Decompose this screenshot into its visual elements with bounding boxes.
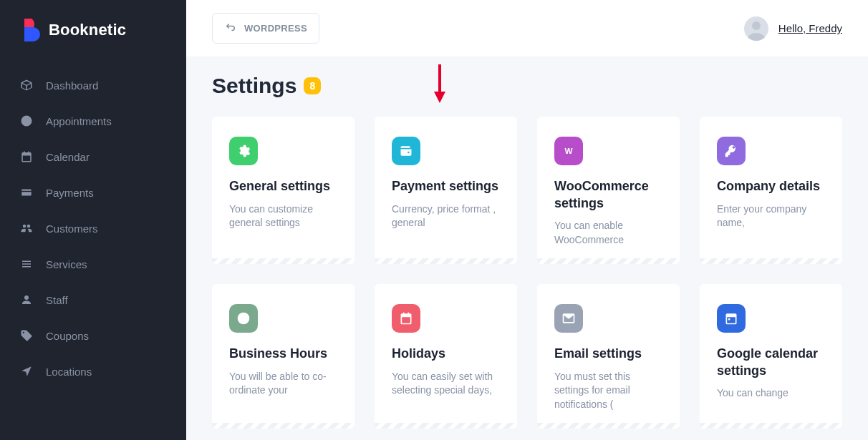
card-title: General settings	[229, 178, 337, 195]
wallet-icon	[392, 137, 420, 165]
sidebar-item-locations[interactable]: Locations	[0, 353, 186, 389]
wordpress-back-button[interactable]: WORDPRESS	[212, 13, 319, 44]
sidebar-item-label: Customers	[46, 223, 98, 235]
card-desc: You can change	[717, 386, 825, 401]
content: Settings 8 General settings You can cust…	[186, 57, 868, 440]
card-google-calendar-settings[interactable]: Google calendar settings You can change	[700, 284, 842, 429]
brand-name: Booknetic	[49, 21, 126, 39]
topbar: WORDPRESS Hello, Freddy	[186, 0, 868, 57]
sidebar-item-services[interactable]: Services	[0, 246, 186, 282]
avatar	[744, 16, 768, 41]
page-badge: 8	[304, 77, 321, 94]
card-title: Email settings	[554, 346, 662, 362]
location-arrow-icon	[20, 365, 33, 378]
sidebar-item-label: Locations	[46, 366, 92, 378]
sidebar-item-appointments[interactable]: Appointments	[0, 103, 186, 139]
card-title: Business Hours	[229, 346, 337, 362]
sidebar-item-calendar[interactable]: Calendar	[0, 139, 186, 175]
sidebar-item-label: Dashboard	[46, 79, 98, 92]
users-icon	[20, 222, 33, 235]
back-arrow-icon	[224, 21, 237, 36]
greeting: Hello, Freddy	[778, 22, 842, 34]
main: WORDPRESS Hello, Freddy Settings 8 Ge	[186, 0, 868, 440]
card-title: Google calendar settings	[717, 346, 825, 379]
sidebar-item-staff[interactable]: Staff	[0, 282, 186, 318]
brand: Booknetic	[0, 0, 186, 54]
calendar-icon	[20, 150, 33, 163]
page-title: Settings	[212, 74, 296, 98]
tag-icon	[20, 329, 33, 342]
sidebar-item-label: Staff	[46, 294, 68, 306]
clock-icon	[229, 304, 258, 333]
sidebar: Booknetic Dashboard Appointments Calenda…	[0, 0, 186, 440]
sidebar-item-label: Coupons	[46, 330, 89, 342]
sidebar-item-dashboard[interactable]: Dashboard	[0, 67, 186, 103]
card-title: WooCommerce settings	[554, 178, 662, 212]
card-title: Holidays	[392, 346, 500, 362]
card-holidays[interactable]: Holidays You can easily set with selecti…	[375, 284, 517, 429]
list-icon	[20, 258, 33, 270]
sidebar-item-label: Appointments	[46, 115, 112, 127]
svg-text:W: W	[564, 146, 572, 155]
card-desc: You will be able to co-ordinate your	[229, 370, 337, 398]
mail-icon	[554, 304, 583, 333]
svg-point-0	[752, 21, 761, 30]
card-desc: Currency, price format , general	[392, 202, 500, 230]
brand-logo-icon	[20, 19, 40, 41]
card-desc: You can customize general settings	[229, 202, 337, 230]
card-title: Payment settings	[392, 178, 500, 195]
wordpress-label: WORDPRESS	[244, 23, 307, 34]
card-company-details[interactable]: Company details Enter your company name,	[700, 117, 842, 264]
gear-icon	[229, 137, 258, 165]
wallet-icon	[20, 186, 33, 199]
card-email-settings[interactable]: Email settings You must set this setting…	[537, 284, 680, 429]
calendar-grid-icon	[717, 304, 746, 333]
clock-icon	[20, 114, 33, 127]
sidebar-item-payments[interactable]: Payments	[0, 175, 186, 210]
card-title: Company details	[717, 178, 825, 195]
card-desc: You must set this settings for email not…	[554, 370, 662, 412]
card-business-hours[interactable]: Business Hours You will be able to co-or…	[212, 284, 355, 429]
settings-grid: General settings You can customize gener…	[212, 117, 842, 429]
card-general-settings[interactable]: General settings You can customize gener…	[212, 117, 355, 264]
user-area[interactable]: Hello, Freddy	[744, 16, 842, 41]
woocommerce-icon: W	[554, 137, 583, 165]
sidebar-item-label: Services	[46, 258, 87, 270]
sidebar-item-label: Calendar	[46, 151, 90, 163]
card-desc: You can easily set with selecting specia…	[392, 370, 500, 398]
sidebar-item-label: Payments	[46, 187, 94, 199]
card-desc: Enter your company name,	[717, 202, 825, 230]
sidebar-item-customers[interactable]: Customers	[0, 210, 186, 246]
user-icon	[20, 293, 33, 306]
key-icon	[717, 137, 746, 165]
page-title-row: Settings 8	[212, 74, 842, 98]
card-woocommerce-settings[interactable]: W WooCommerce settings You can enable Wo…	[537, 117, 680, 264]
sidebar-nav: Dashboard Appointments Calendar Payments	[0, 54, 186, 389]
card-desc: You can enable WooCommerce	[554, 219, 662, 247]
card-payment-settings[interactable]: Payment settings Currency, price format …	[375, 117, 517, 264]
calendar-icon	[392, 304, 420, 333]
box-icon	[20, 79, 33, 92]
sidebar-item-coupons[interactable]: Coupons	[0, 318, 186, 353]
